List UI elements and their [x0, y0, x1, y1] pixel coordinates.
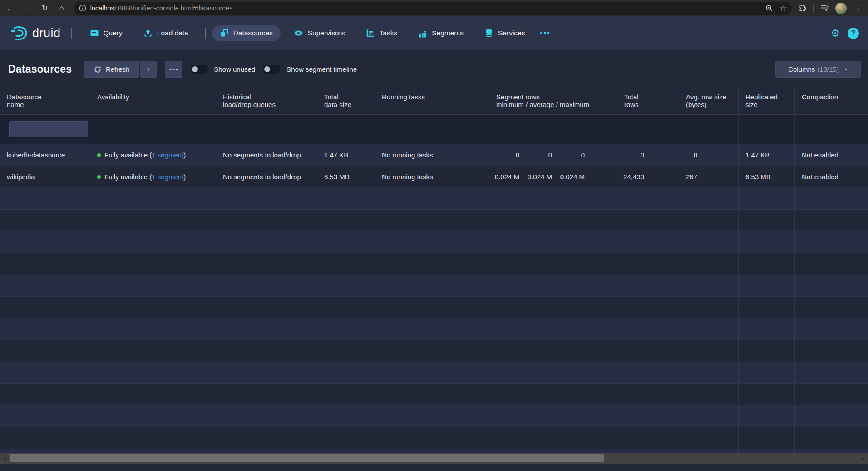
tab-supervisors[interactable]: Supervisors: [286, 25, 353, 41]
availability-cell: Fully available (1 segment): [90, 166, 216, 187]
empty-row: [0, 362, 868, 384]
total-rows-cell: 24,433: [617, 166, 679, 187]
tab-segments[interactable]: Segments: [410, 25, 471, 41]
druid-logo-icon: [10, 25, 29, 41]
more-actions-button[interactable]: •••: [165, 61, 182, 78]
database-icon: [484, 29, 493, 38]
media-controls-icon[interactable]: [820, 4, 829, 12]
stacked-chart-icon: [418, 29, 427, 38]
columns-button[interactable]: Columns (13/15) ▼: [775, 61, 861, 78]
refresh-dropdown-button[interactable]: ▼: [140, 61, 157, 78]
tab-query[interactable]: Query: [82, 25, 130, 41]
nav-divider: [205, 28, 206, 39]
table-row-wikipedia[interactable]: wikipedia Fully available (1 segment) No…: [0, 166, 868, 188]
replicated-size-cell: 1.47 KB: [739, 144, 795, 166]
scrollbar-thumb[interactable]: [10, 454, 604, 462]
running-tasks-cell: No running tasks: [375, 144, 489, 166]
horizontal-scrollbar[interactable]: ◂ ▸: [0, 453, 868, 464]
app-navbar: druid Query Load data Datasources Superv…: [0, 16, 868, 50]
filter-row: [0, 115, 868, 144]
availability-cell: Fully available (1 segment): [90, 144, 216, 166]
tab-tasks[interactable]: Tasks: [358, 25, 405, 41]
toggle-knob: [264, 66, 270, 72]
nav-divider: [71, 28, 72, 39]
datasource-name-cell[interactable]: kubedb-datasource: [0, 144, 90, 166]
toolbar-divider: [813, 5, 814, 12]
col-header-running-tasks[interactable]: Running tasks: [375, 88, 489, 114]
upload-icon: [143, 29, 153, 38]
empty-rows-area: [0, 188, 868, 455]
segment-rows-cell: 0.024 M0.024 M0.024 M: [489, 166, 617, 187]
nav-more-button[interactable]: •••: [540, 29, 551, 38]
available-status-dot: [97, 153, 101, 157]
col-header-datasource-name[interactable]: Datasourcename: [0, 88, 90, 114]
empty-row: [0, 210, 868, 231]
tab-load-data[interactable]: Load data: [136, 25, 196, 41]
scroll-right-arrow-icon[interactable]: ▸: [860, 453, 867, 464]
show-segment-timeline-toggle[interactable]: [263, 65, 280, 74]
col-header-segment-rows[interactable]: Segment rowsminimum / average / maximum: [489, 88, 617, 114]
view-header: Datasources Refresh ▼ ••• Show unused Sh…: [0, 50, 868, 88]
refresh-button[interactable]: Refresh: [84, 61, 139, 78]
datasources-table: Datasourcename Availability Historicallo…: [0, 88, 868, 455]
avg-row-size-cell: 267: [679, 166, 739, 187]
total-rows-cell: 0: [617, 144, 679, 166]
druid-brand-text: druid: [32, 26, 61, 40]
col-header-total-rows[interactable]: Totalrows: [617, 88, 679, 114]
available-status-dot: [97, 175, 101, 179]
col-header-replicated-size[interactable]: Replicatedsize: [739, 88, 795, 114]
tab-services[interactable]: Services: [477, 25, 533, 41]
total-data-size-cell: 6.53 MB: [317, 166, 375, 187]
eye-icon: [294, 29, 303, 38]
bookmark-star-icon[interactable]: ☆: [779, 4, 786, 13]
address-bar[interactable]: localhost:8888/unified-console.html#data…: [74, 2, 792, 15]
extensions-icon[interactable]: [798, 4, 807, 13]
show-segment-timeline-label: Show segment timeline: [286, 65, 357, 73]
datasources-icon: [220, 29, 229, 38]
refresh-icon: [94, 65, 102, 74]
empty-row: [0, 275, 868, 297]
empty-row: [0, 340, 868, 362]
col-header-availability[interactable]: Availability: [90, 88, 216, 114]
settings-gear-icon[interactable]: ⚙: [830, 28, 840, 39]
profile-avatar[interactable]: [835, 3, 847, 14]
table-header-row: Datasourcename Availability Historicallo…: [0, 88, 868, 115]
empty-row: [0, 253, 868, 275]
browser-toolbar: ← → ↻ ⌂ localhost:8888/unified-console.h…: [0, 0, 868, 16]
datasource-filter-input[interactable]: [9, 121, 88, 137]
empty-row: [0, 384, 868, 406]
druid-logo[interactable]: druid: [10, 25, 61, 41]
forward-icon[interactable]: →: [23, 5, 32, 12]
scroll-left-arrow-icon[interactable]: ◂: [1, 453, 8, 464]
avg-row-size-cell: 0: [679, 144, 739, 166]
segment-count-link[interactable]: 1 segment: [152, 151, 183, 159]
url-text: localhost:8888/unified-console.html#data…: [90, 5, 233, 12]
show-unused-label: Show unused: [214, 65, 255, 73]
compaction-cell: Not enabled: [795, 166, 868, 187]
col-header-total-data-size[interactable]: Totaldata size: [317, 88, 375, 114]
zoom-icon[interactable]: [765, 5, 773, 12]
console-icon: [90, 29, 99, 38]
back-icon[interactable]: ←: [6, 5, 15, 12]
tab-datasources[interactable]: Datasources: [212, 25, 281, 41]
col-header-compaction[interactable]: Compaction: [795, 88, 868, 114]
gantt-icon: [366, 29, 375, 38]
empty-row: [0, 406, 868, 427]
site-info-icon[interactable]: [79, 5, 86, 12]
help-icon[interactable]: ?: [848, 28, 859, 39]
datasource-name-cell[interactable]: wikipedia: [0, 166, 90, 187]
home-icon[interactable]: ⌂: [57, 5, 66, 12]
show-unused-toggle[interactable]: [191, 65, 208, 74]
col-header-avg-row-size[interactable]: Avg. row size(bytes): [679, 88, 739, 114]
reload-icon[interactable]: ↻: [40, 5, 49, 12]
empty-row: [0, 427, 868, 449]
col-header-historical-queues[interactable]: Historicalload/drop queues: [216, 88, 317, 114]
replicated-size-cell: 6.53 MB: [739, 166, 795, 187]
load-drop-cell: No segments to load/drop: [216, 144, 317, 166]
browser-menu-icon[interactable]: ⋮: [853, 5, 863, 12]
segment-count-link[interactable]: 1 segment: [152, 173, 183, 181]
compaction-cell: Not enabled: [795, 144, 868, 166]
total-data-size-cell: 1.47 KB: [317, 144, 375, 166]
table-row-kubedb-datasource[interactable]: kubedb-datasource Fully available (1 seg…: [0, 144, 868, 166]
page-title: Datasources: [8, 63, 72, 75]
